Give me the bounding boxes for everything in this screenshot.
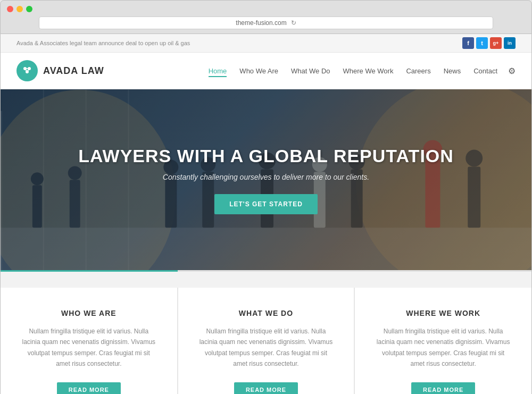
announcement-text: Avada & Associates legal team announce d… [16, 40, 190, 46]
nav-item-what[interactable]: What We Do [291, 66, 330, 76]
nav-link-who-we-are[interactable]: Who We Are [239, 67, 278, 75]
browser-chrome: theme-fusion.com ↻ [0, 0, 532, 34]
url-text: theme-fusion.com [236, 19, 286, 27]
cards-section: WHO WE ARE Nullam fringilla tristique el… [1, 270, 531, 394]
card-2-btn-wrap: READ MORE [200, 382, 333, 394]
logo[interactable]: AVADA LAW [16, 60, 104, 81]
address-bar[interactable]: theme-fusion.com ↻ [39, 16, 493, 29]
dot-green[interactable] [26, 6, 32, 12]
logo-svg [21, 64, 34, 77]
nav-link-where-we-work[interactable]: Where We Work [343, 67, 394, 75]
nav-item-who[interactable]: Who We Are [239, 66, 278, 76]
card-2-button[interactable]: READ MORE [234, 382, 298, 394]
browser-dots [7, 6, 525, 12]
card-1-text: Nullam fringilla tristique elit id variu… [22, 326, 156, 370]
card-who-we-are: WHO WE ARE Nullam fringilla tristique el… [1, 288, 178, 394]
navbar: AVADA LAW Home Who We Are What We Do Whe… [1, 53, 531, 89]
twitter-icon[interactable]: t [476, 37, 488, 49]
divider-1 [1, 270, 178, 272]
nav-item-home[interactable]: Home [209, 66, 227, 76]
nav-link-news[interactable]: News [444, 67, 461, 75]
gear-button[interactable]: ⚙ [508, 66, 516, 76]
divider-2 [178, 270, 355, 272]
nav-item-where[interactable]: Where We Work [343, 66, 394, 76]
cards-row: WHO WE ARE Nullam fringilla tristique el… [1, 288, 531, 394]
google-plus-icon[interactable]: g+ [490, 37, 502, 49]
card-2-text: Nullam fringilla tristique elit id variu… [200, 326, 333, 370]
logo-icon [16, 60, 38, 81]
card-3-button[interactable]: READ MORE [411, 382, 475, 394]
hero-subtitle: Constantly challenging ourselves to deli… [163, 173, 369, 181]
card-3-text: Nullam fringilla tristique elit id variu… [376, 326, 510, 370]
linkedin-icon[interactable]: in [504, 37, 516, 49]
nav-links: Home Who We Are What We Do Where We Work… [209, 66, 497, 76]
card-1-title: WHO WE ARE [22, 309, 156, 317]
card-2-title: WHAT WE DO [200, 309, 333, 317]
social-icons: f t g+ in [462, 37, 516, 49]
hero-cta-button[interactable]: LET'S GET STARTED [214, 194, 318, 214]
logo-text: AVADA LAW [43, 65, 104, 77]
nav-item-news[interactable]: News [444, 66, 461, 76]
hero-section: LAWYERS WITH A GLOBAL REPUTATION Constan… [1, 89, 531, 270]
refresh-icon[interactable]: ↻ [291, 19, 296, 27]
site-wrapper: Avada & Associates legal team announce d… [0, 34, 532, 394]
dot-red[interactable] [7, 6, 13, 12]
nav-link-contact[interactable]: Contact [473, 67, 497, 75]
nav-link-home[interactable]: Home [209, 67, 227, 77]
card-1-button[interactable]: READ MORE [57, 382, 121, 394]
nav-item-contact[interactable]: Contact [473, 66, 497, 76]
card-where-we-work: WHERE WE WORK Nullam fringilla tristique… [354, 288, 531, 394]
card-3-title: WHERE WE WORK [376, 309, 510, 317]
hero-content: LAWYERS WITH A GLOBAL REPUTATION Constan… [1, 89, 531, 270]
nav-link-what-we-do[interactable]: What We Do [291, 67, 330, 75]
divider-3 [354, 270, 531, 272]
card-dividers [1, 270, 531, 272]
nav-item-careers[interactable]: Careers [406, 66, 430, 76]
card-3-btn-wrap: READ MORE [376, 382, 510, 394]
hero-title: LAWYERS WITH A GLOBAL REPUTATION [78, 146, 454, 166]
card-1-btn-wrap: READ MORE [22, 382, 156, 394]
cards-spacer [1, 272, 531, 288]
top-bar: Avada & Associates legal team announce d… [1, 34, 531, 53]
dot-yellow[interactable] [16, 6, 23, 12]
card-what-we-do: WHAT WE DO Nullam fringilla tristique el… [178, 288, 355, 394]
nav-link-careers[interactable]: Careers [406, 67, 430, 75]
facebook-icon[interactable]: f [462, 37, 474, 49]
